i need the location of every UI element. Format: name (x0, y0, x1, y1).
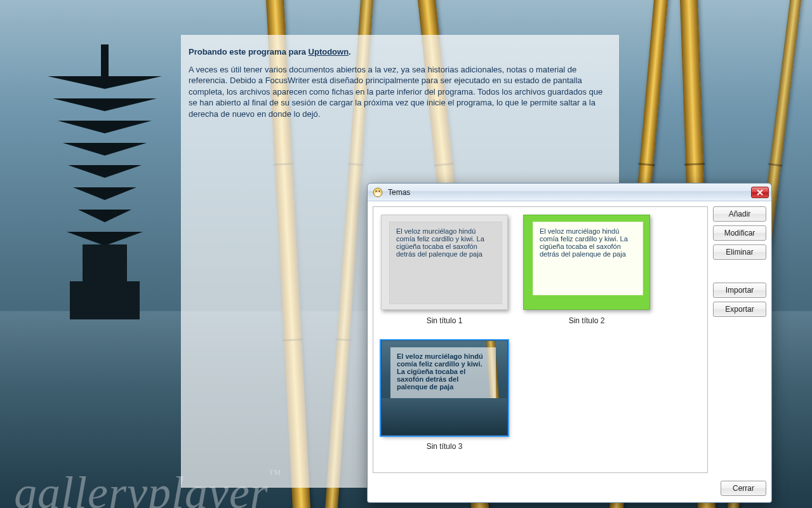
svg-point-3 (379, 190, 380, 192)
editor-heading-link: Uptodown (309, 47, 349, 57)
theme-sample-text: El veloz murciélago hindú comía feliz ca… (390, 347, 496, 411)
theme-item-1[interactable]: El veloz murciélago hindú comía feliz ca… (381, 215, 508, 325)
theme-thumbnail: El veloz murciélago hindú comía feliz ca… (381, 215, 508, 310)
theme-sample-text: El veloz murciélago hindú comía feliz ca… (389, 222, 502, 304)
themes-dialog: Temas El veloz murciélago hindú comía fe… (367, 183, 772, 503)
theme-sample-text: El veloz murciélago hindú comía feliz ca… (533, 222, 643, 295)
app-icon (373, 187, 383, 197)
add-button[interactable]: Añadir (713, 206, 766, 222)
editor-paragraph: A veces es útil tener varios documentos … (189, 64, 611, 120)
dialog-close-button[interactable] (751, 187, 769, 198)
theme-thumbnail: El veloz murciélago hindú comía feliz ca… (523, 215, 650, 310)
dialog-side-buttons: Añadir Modificar Eliminar Importar Expor… (713, 206, 766, 473)
theme-thumbnail: El veloz murciélago hindú comía feliz ca… (381, 340, 508, 436)
svg-point-2 (376, 190, 377, 192)
delete-button[interactable]: Eliminar (713, 244, 766, 260)
theme-label: Sin título 3 (427, 442, 463, 451)
editor-heading: Probando este programa para Uptodown. (189, 46, 611, 58)
theme-label: Sin título 2 (569, 316, 605, 325)
editor-heading-prefix: Probando este programa para (189, 47, 309, 57)
theme-item-3[interactable]: El veloz murciélago hindú comía feliz ca… (381, 340, 508, 451)
theme-thumbnail-watermark: galleryplayer (385, 425, 420, 432)
modify-button[interactable]: Modificar (713, 225, 766, 241)
dialog-title: Temas (388, 188, 746, 197)
theme-label: Sin título 1 (427, 316, 463, 325)
export-button[interactable]: Exportar (713, 302, 766, 317)
import-button[interactable]: Importar (713, 283, 766, 298)
svg-point-1 (375, 192, 381, 196)
editor-heading-suffix: . (349, 47, 351, 57)
dialog-footer: Cerrar (368, 478, 771, 502)
theme-item-2[interactable]: El veloz murciélago hindú comía feliz ca… (523, 215, 650, 325)
dialog-titlebar[interactable]: Temas (368, 184, 771, 201)
themes-panel: El veloz murciélago hindú comía feliz ca… (373, 206, 708, 473)
close-icon (757, 189, 763, 196)
close-button[interactable]: Cerrar (721, 481, 766, 496)
wallpaper-pagoda (54, 44, 156, 318)
desktop-wallpaper: galleryplayer™ Probando este programa pa… (0, 0, 812, 508)
